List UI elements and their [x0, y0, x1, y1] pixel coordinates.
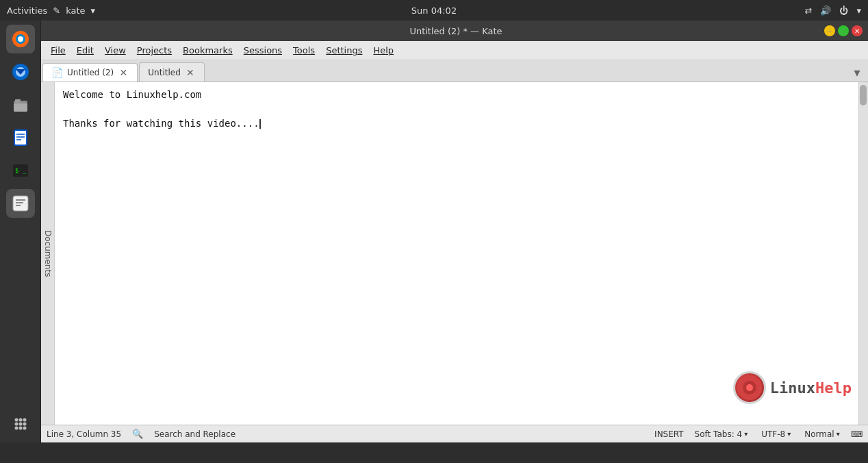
app-area: $ _	[0, 21, 868, 442]
cursor-position: Line 3, Column 35	[47, 429, 121, 439]
syntax-dropdown-arrow: ▾	[837, 430, 840, 438]
menu-help[interactable]: Help	[368, 44, 399, 57]
taskbar-thunderbird[interactable]	[6, 58, 35, 86]
activities-label[interactable]: Activities	[7, 5, 47, 16]
maximize-button[interactable]: □	[838, 25, 849, 36]
menu-tools[interactable]: Tools	[288, 44, 320, 57]
menu-edit[interactable]: Edit	[71, 44, 99, 57]
tab-close-2[interactable]: ✕	[185, 67, 196, 78]
network-icon: ⇄	[805, 5, 813, 16]
user-dropdown-icon[interactable]: ▾	[91, 5, 96, 16]
pen-icon: ✎	[53, 5, 60, 16]
volume-icon: 🔊	[820, 5, 831, 16]
text-cursor	[259, 119, 261, 129]
menu-projects[interactable]: Projects	[131, 44, 177, 57]
svg-point-27	[23, 427, 26, 430]
title-bar-title: Untitled (2) * — Kate	[88, 26, 824, 36]
close-button[interactable]: ✕	[852, 25, 863, 36]
svg-point-21	[23, 418, 26, 422]
text-editor[interactable]: Welcome to Linuxhelp.com Thanks for watc…	[55, 82, 858, 425]
tab-untitled-2[interactable]: 📄 Untitled (2) ✕	[42, 63, 138, 82]
taskbar-files[interactable]	[6, 90, 35, 119]
svg-rect-15	[13, 196, 28, 211]
taskbar-apps-grid[interactable]	[6, 410, 35, 438]
insert-mode: INSERT	[654, 429, 684, 439]
status-bar: Line 3, Column 35 🔍 Search and Replace I…	[41, 425, 868, 442]
menu-view[interactable]: View	[99, 44, 131, 57]
taskbar: $ _	[0, 21, 41, 442]
watermark-logo	[733, 371, 766, 404]
svg-point-19	[14, 418, 18, 422]
menu-settings[interactable]: Settings	[320, 44, 368, 57]
scrollbar[interactable]	[858, 82, 868, 425]
sidebar-documents[interactable]: Documents	[41, 82, 55, 425]
soft-tabs-dropdown[interactable]: Soft Tabs: 4 ▾	[692, 429, 751, 440]
kate-editor: Untitled (2) * — Kate – □ ✕ File Edit Vi…	[41, 21, 868, 442]
status-bar-right: INSERT Soft Tabs: 4 ▾ UTF-8 ▾ Normal ▾ ⌨	[654, 429, 863, 440]
svg-text:$ _: $ _	[15, 167, 27, 174]
taskbar-kate[interactable]	[6, 189, 35, 218]
system-bar: Activities ✎ kate ▾ Sun 04:02 ⇄ 🔊 ⏻ ▾	[0, 0, 868, 21]
minimize-button[interactable]: –	[824, 25, 835, 36]
title-bar: Untitled (2) * — Kate – □ ✕	[41, 21, 868, 41]
menu-bookmarks[interactable]: Bookmarks	[177, 44, 238, 57]
power-dropdown-icon[interactable]: ▾	[856, 5, 861, 16]
tab-untitled[interactable]: Untitled ✕	[139, 62, 204, 82]
keyboard-icon: ⌨	[851, 429, 863, 439]
svg-point-26	[18, 427, 22, 430]
line1: Welcome to Linuxhelp.com	[63, 89, 201, 100]
scrollbar-thumb[interactable]	[860, 85, 867, 105]
taskbar-terminal[interactable]: $ _	[6, 156, 35, 185]
svg-point-22	[14, 423, 18, 426]
tab-add-button[interactable]: ▾	[847, 62, 867, 82]
power-icon[interactable]: ⏻	[839, 5, 848, 16]
svg-point-29	[743, 381, 756, 395]
system-bar-clock: Sun 04:02	[411, 5, 457, 16]
tab-bar: 📄 Untitled (2) ✕ Untitled ✕ ▾	[41, 60, 868, 82]
menu-bar: File Edit View Projects Bookmarks Sessio…	[41, 41, 868, 60]
menu-sessions[interactable]: Sessions	[238, 44, 288, 57]
svg-point-30	[746, 384, 753, 391]
search-icon: 🔍	[132, 429, 143, 439]
watermark-text: LinuxHelp	[770, 377, 852, 399]
menu-file[interactable]: File	[45, 44, 71, 57]
encoding-dropdown[interactable]: UTF-8 ▾	[758, 429, 793, 440]
taskbar-writer[interactable]	[6, 123, 35, 152]
system-bar-left: Activities ✎ kate ▾	[7, 5, 95, 16]
syntax-dropdown[interactable]: Normal ▾	[802, 429, 842, 440]
taskbar-firefox[interactable]	[6, 25, 35, 53]
line3: Thanks for watching this video....	[63, 118, 261, 129]
tabs-dropdown-arrow: ▾	[744, 430, 748, 438]
tab-label-2: Untitled	[148, 68, 180, 77]
svg-rect-8	[15, 99, 21, 103]
user-label[interactable]: kate	[66, 5, 85, 16]
svg-rect-9	[14, 130, 27, 145]
svg-point-2	[18, 36, 23, 42]
tab-doc-icon: 📄	[51, 67, 63, 78]
tab-label-1: Untitled (2)	[67, 68, 114, 77]
tab-close-1[interactable]: ✕	[118, 67, 129, 78]
svg-point-28	[737, 375, 762, 400]
title-bar-controls: – □ ✕	[824, 25, 863, 36]
search-replace-label[interactable]: Search and Replace	[154, 429, 235, 439]
encoding-dropdown-arrow: ▾	[787, 430, 791, 438]
editor-text: Welcome to Linuxhelp.com Thanks for watc…	[63, 88, 850, 131]
svg-rect-7	[14, 103, 27, 112]
svg-point-23	[18, 423, 22, 426]
system-bar-right: ⇄ 🔊 ⏻ ▾	[805, 5, 861, 16]
editor-content: Documents Welcome to Linuxhelp.com Thank…	[41, 82, 868, 425]
svg-point-25	[14, 427, 18, 430]
svg-point-24	[23, 423, 26, 426]
svg-point-20	[18, 418, 22, 422]
status-bar-left: Line 3, Column 35 🔍 Search and Replace	[47, 429, 235, 439]
watermark: LinuxHelp	[733, 371, 852, 404]
